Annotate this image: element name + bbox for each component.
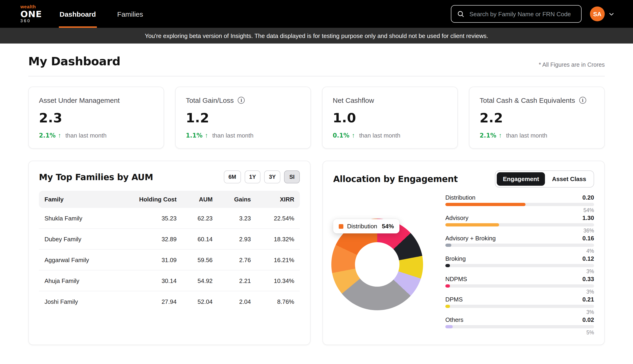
allocation-list: Distribution0.2054%Advisory1.3036%Adviso…: [445, 193, 594, 335]
allocation-bar-fill: [445, 264, 450, 267]
table-cell: Joshi Family: [39, 291, 115, 312]
table-cell: 54.92: [182, 270, 218, 291]
allocation-body: Distribution 54% Distribution0.2054%Advi…: [333, 193, 594, 335]
table-cell: 8.76%: [257, 291, 300, 312]
families-table: FamilyHolding CostAUMGainsXIRR Shukla Fa…: [39, 191, 300, 312]
stat-value: 1.2: [186, 110, 300, 126]
nav-item-dashboard[interactable]: Dashboard: [59, 0, 97, 28]
allocation-percent: 36%: [445, 228, 594, 234]
donut-area: Distribution 54%: [333, 193, 439, 335]
allocation-bar: [445, 305, 594, 308]
allocation-item-advisory-broking: Advisory + Broking0.164%: [445, 235, 594, 254]
stat-value: 2.2: [480, 110, 594, 126]
top-nav: wealth ONE 360 Dashboard Families SA: [0, 0, 633, 28]
beta-banner: You're exploring beta version of Insight…: [0, 28, 633, 44]
allocation-percent: 54%: [445, 208, 594, 213]
stat-change-percent: 2.1%: [39, 132, 56, 139]
app-root: wealth ONE 360 Dashboard Families SA: [0, 0, 633, 364]
allocation-item-others: Others0.025%: [445, 316, 594, 335]
nav-right: SA: [451, 5, 614, 23]
stat-title: Total Cash & Cash Equivalents: [480, 96, 575, 104]
table-cell: 59.56: [182, 250, 218, 270]
table-cell: 52.04: [182, 291, 218, 312]
info-icon[interactable]: i: [238, 97, 245, 104]
table-row[interactable]: Joshi Family27.9452.042.048.76%: [39, 291, 300, 312]
table-header-cell: Family: [39, 191, 115, 208]
table-cell: 30.14: [115, 270, 182, 291]
figures-note: * All Figures are in Crores: [539, 62, 605, 68]
arrow-up-icon: ↑: [499, 132, 502, 139]
stat-card-gain-loss: Total Gain/Loss i 1.2 1.1% ↑ than last m…: [175, 86, 311, 149]
toggle-engagement-button[interactable]: Engagement: [497, 172, 545, 186]
primary-nav: Dashboard Families: [59, 0, 144, 28]
filter-3y-button[interactable]: 3Y: [264, 170, 280, 184]
tooltip-label: Distribution: [347, 223, 377, 230]
info-icon[interactable]: i: [579, 97, 586, 104]
filter-1y-button[interactable]: 1Y: [244, 170, 260, 184]
panels-row: My Top Families by AUM 6M1Y3YSI FamilyHo…: [28, 161, 605, 345]
brand-one-text: ONE: [21, 10, 42, 18]
stat-change-note: than last month: [65, 132, 107, 139]
allocation-label: DPMS: [445, 296, 463, 303]
table-cell: 62.23: [182, 208, 218, 228]
table-cell: 10.34%: [257, 270, 300, 291]
brand-logo[interactable]: wealth ONE 360: [21, 5, 42, 23]
table-row[interactable]: Dubey Family32.8960.142.9318.32%: [39, 228, 300, 250]
allocation-value: 0.12: [582, 255, 594, 262]
table-cell: 16.21%: [257, 250, 300, 270]
allocation-label: Broking: [445, 255, 466, 262]
brand-wealth-text: wealth: [21, 5, 42, 9]
table-row[interactable]: Ahuja Family30.1454.922.2110.34%: [39, 270, 300, 291]
stat-title: Net Cashflow: [333, 96, 374, 104]
search-box[interactable]: [451, 5, 581, 23]
time-filters: 6M1Y3YSI: [224, 170, 300, 184]
nav-item-families[interactable]: Families: [116, 0, 144, 28]
chevron-down-icon[interactable]: [608, 11, 614, 17]
allocation-panel: Allocation by Engagement Engagement Asse…: [323, 161, 605, 345]
table-cell: 35.23: [115, 208, 182, 228]
brand-360-text: 360: [21, 19, 42, 23]
stat-change-note: than last month: [359, 132, 400, 139]
allocation-bar: [445, 244, 594, 247]
tooltip-swatch: [339, 224, 343, 228]
allocation-value: 1.30: [582, 214, 594, 221]
toggle-asset-class-button[interactable]: Asset Class: [546, 172, 592, 186]
stat-card-net-cashflow: Net Cashflow 1.0 0.1% ↑ than last month: [322, 86, 458, 149]
table-cell: 32.89: [115, 228, 182, 250]
search-icon: [457, 10, 464, 18]
arrow-up-icon: ↑: [58, 132, 61, 139]
allocation-item-ndpms: NDPMS0.333%: [445, 276, 594, 294]
allocation-label: Advisory: [445, 214, 468, 221]
stat-title: Asset Under Management: [39, 96, 120, 104]
families-table-head-row: FamilyHolding CostAUMGainsXIRR: [39, 191, 300, 208]
page-title: My Dashboard: [28, 55, 121, 68]
stat-value: 2.3: [39, 110, 153, 126]
table-header-cell: XIRR: [257, 191, 300, 208]
allocation-label: NDPMS: [445, 276, 467, 282]
allocation-bar-fill: [445, 203, 526, 206]
allocation-title: Allocation by Engagement: [333, 174, 458, 184]
table-row[interactable]: Aggarwal Family31.0959.562.7616.21%: [39, 250, 300, 270]
donut-tooltip: Distribution 54%: [333, 219, 399, 234]
allocation-percent: 3%: [445, 268, 594, 274]
beta-banner-text: You're exploring beta version of Insight…: [145, 32, 488, 39]
table-cell: Ahuja Family: [39, 270, 115, 291]
table-cell: 2.21: [218, 270, 257, 291]
search-input[interactable]: [468, 10, 575, 18]
allocation-item-advisory: Advisory1.3036%: [445, 214, 594, 234]
filter-si-button[interactable]: SI: [284, 170, 300, 184]
table-cell: Aggarwal Family: [39, 250, 115, 270]
allocation-bar-fill: [445, 244, 451, 247]
filter-6m-button[interactable]: 6M: [224, 170, 241, 184]
allocation-percent: 3%: [445, 289, 594, 294]
table-row[interactable]: Shukla Family35.2362.233.2322.54%: [39, 208, 300, 228]
allocation-value: 0.02: [582, 316, 594, 323]
table-cell: Shukla Family: [39, 208, 115, 228]
table-cell: 2.76: [218, 250, 257, 270]
allocation-label: Others: [445, 316, 463, 323]
user-avatar[interactable]: SA: [590, 6, 605, 21]
arrow-up-icon: ↑: [205, 132, 208, 139]
allocation-bar-fill: [445, 284, 450, 288]
table-cell: 2.04: [218, 291, 257, 312]
stat-change-percent: 1.1%: [186, 132, 203, 139]
